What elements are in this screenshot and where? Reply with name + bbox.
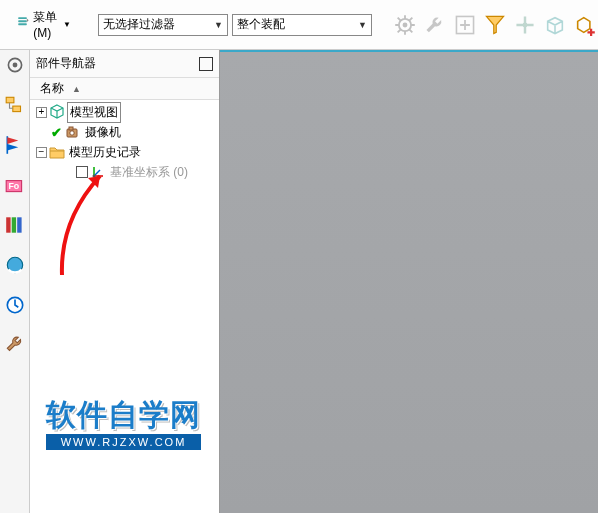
column-header[interactable]: 名称 ▲ bbox=[30, 78, 219, 100]
dropdown-caret-icon: ▼ bbox=[63, 20, 71, 29]
menu-icon bbox=[17, 16, 29, 34]
graphics-viewport[interactable] bbox=[220, 50, 598, 513]
tree-row-camera[interactable]: ✔ 摄像机 bbox=[30, 122, 219, 142]
menu-button[interactable]: 菜单(M) ▼ bbox=[10, 5, 78, 44]
strip-flag-icon[interactable] bbox=[4, 134, 26, 156]
annotation-arrow bbox=[52, 170, 117, 280]
cube-icon bbox=[49, 104, 65, 120]
dropdown-caret-icon: ▼ bbox=[214, 20, 223, 30]
visibility-checkbox[interactable] bbox=[76, 166, 88, 178]
filter-dropdown-value: 无选择过滤器 bbox=[103, 16, 175, 33]
tree-label: 摄像机 bbox=[83, 123, 123, 142]
navigator-header: 部件导航器 bbox=[30, 50, 219, 78]
left-icon-strip bbox=[0, 50, 30, 513]
strip-books-icon[interactable] bbox=[4, 214, 26, 236]
gear-tool-icon[interactable] bbox=[392, 12, 418, 38]
main-area: 部件导航器 名称 ▲ + 模型视图 ✔ 摄像机 − bbox=[0, 50, 598, 513]
csys-icon bbox=[90, 164, 106, 180]
strip-tree-icon[interactable] bbox=[4, 94, 26, 116]
assembly-dropdown[interactable]: 整个装配 ▼ bbox=[232, 14, 372, 36]
pin-icon[interactable] bbox=[199, 57, 213, 71]
filter-dropdown[interactable]: 无选择过滤器 ▼ bbox=[98, 14, 228, 36]
navigator-title: 部件导航器 bbox=[36, 55, 199, 72]
sort-asc-icon: ▲ bbox=[72, 84, 81, 94]
cross-tool-icon[interactable] bbox=[512, 12, 538, 38]
menu-label: 菜单(M) bbox=[33, 9, 59, 40]
strip-clock-icon[interactable] bbox=[4, 294, 26, 316]
wrench-tool-icon[interactable] bbox=[422, 12, 448, 38]
expander-icon[interactable]: − bbox=[36, 147, 47, 158]
dropdown-caret-icon: ▼ bbox=[358, 20, 367, 30]
cubeplus-tool-icon[interactable] bbox=[572, 12, 598, 38]
check-icon: ✔ bbox=[49, 125, 63, 140]
funnel-tool-icon[interactable] bbox=[482, 12, 508, 38]
strip-tool-icon[interactable] bbox=[4, 334, 26, 356]
wirecube-tool-icon[interactable] bbox=[542, 12, 568, 38]
assembly-dropdown-value: 整个装配 bbox=[237, 16, 285, 33]
expander-icon[interactable]: + bbox=[36, 107, 47, 118]
folder-icon bbox=[49, 144, 65, 160]
tree-row-csys[interactable]: 基准坐标系 (0) bbox=[30, 162, 219, 182]
strip-fo-icon[interactable] bbox=[4, 174, 26, 196]
part-navigator-panel: 部件导航器 名称 ▲ + 模型视图 ✔ 摄像机 − bbox=[30, 50, 220, 513]
tree-label: 模型历史记录 bbox=[67, 143, 143, 162]
tree-label: 基准坐标系 (0) bbox=[108, 163, 190, 182]
strip-globe-icon[interactable] bbox=[4, 254, 26, 276]
tree-row-model-view[interactable]: + 模型视图 bbox=[30, 102, 219, 122]
column-name-label: 名称 bbox=[40, 80, 64, 97]
navigator-tree: + 模型视图 ✔ 摄像机 − 模型历史记录 基准坐标系 (0) bbox=[30, 100, 219, 513]
camera-icon bbox=[65, 124, 81, 140]
tree-label: 模型视图 bbox=[67, 102, 121, 123]
strip-settings-icon[interactable] bbox=[4, 54, 26, 76]
plus-tool-icon[interactable] bbox=[452, 12, 478, 38]
tree-row-history[interactable]: − 模型历史记录 bbox=[30, 142, 219, 162]
top-toolbar: 菜单(M) ▼ 无选择过滤器 ▼ 整个装配 ▼ bbox=[0, 0, 598, 50]
